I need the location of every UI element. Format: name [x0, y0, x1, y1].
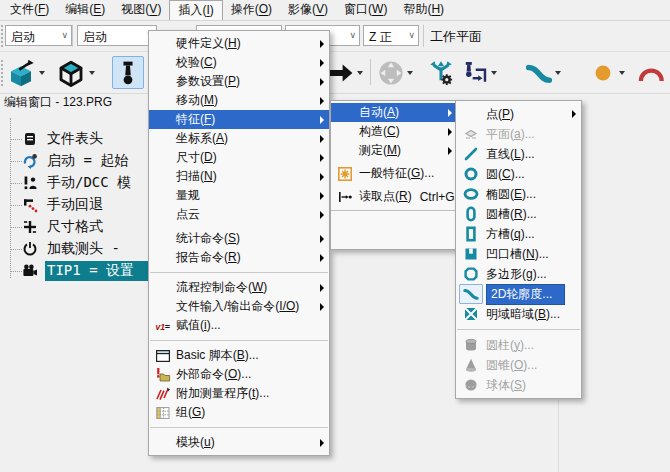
- tree-item-6[interactable]: 加载测头 -: [0, 239, 124, 259]
- menu-item-18[interactable]: 附加测量程序(t)...: [149, 384, 329, 403]
- tree-item-3[interactable]: 手动/DCC 模: [0, 173, 135, 193]
- menu-item-3[interactable]: 测定(M): [331, 141, 457, 160]
- menu-item-label: 外部命令(O)...: [176, 366, 251, 383]
- point-button[interactable]: [590, 56, 625, 89]
- tree-item-5[interactable]: 尺寸格式: [0, 217, 107, 237]
- toolbar-separator: [72, 25, 73, 47]
- menu-item-8[interactable]: 扫描(N): [149, 167, 329, 186]
- path-gear-button[interactable]: [428, 56, 454, 89]
- tree-item-1[interactable]: 文件表头: [0, 129, 107, 149]
- insert-menu: 硬件定义(H)校验(C)参数设置(P)移动(M)特征(F)坐标系(A)尺寸(D)…: [148, 30, 330, 456]
- menu-item-7[interactable]: 尺寸(D): [149, 148, 329, 167]
- dropdown-caret-icon[interactable]: [407, 71, 413, 75]
- menu-item-1[interactable]: 点(P): [456, 104, 581, 124]
- menu-item-6[interactable]: 坐标系(A): [149, 129, 329, 148]
- tree-item-2[interactable]: 启动 = 起始: [0, 151, 132, 171]
- menu-item-label: 明域暗域(B)...: [486, 306, 560, 323]
- square-slot-icon: [463, 226, 479, 242]
- tree-item-4[interactable]: 手动回退: [0, 195, 107, 215]
- start-combo[interactable]: 启动∨: [5, 25, 72, 46]
- menu-item-label: 一般特征(G)...: [359, 165, 434, 182]
- menu-item-14[interactable]: 文件输入/输出命令(I/O): [149, 297, 329, 316]
- menu-item-13[interactable]: 流程控制命令(W): [149, 278, 329, 297]
- move-arrow-button[interactable]: [328, 56, 363, 89]
- menu-item-2[interactable]: 构造(C): [331, 122, 457, 141]
- menu-item-2[interactable]: 校验(C): [149, 53, 329, 72]
- menu-item-12[interactable]: 圆柱(y)...: [456, 335, 581, 355]
- auto-feature-submenu: 点(P)平面(a)...直线(L)...圆(C)...椭圆(E)...圆槽(R)…: [455, 100, 582, 399]
- curve-button[interactable]: [526, 56, 561, 89]
- menubar-item-3[interactable]: 视图(V): [113, 0, 169, 20]
- menu-item-label: 扫描(N): [176, 168, 217, 185]
- menu-item-4[interactable]: 一般特征(G)...: [331, 164, 457, 183]
- menu-separator: [150, 427, 328, 428]
- chevron-down-icon[interactable]: ∨: [408, 30, 415, 40]
- submenu-arrow-icon: [320, 284, 324, 292]
- wire-cube-button[interactable]: [56, 56, 95, 89]
- menu-item-12[interactable]: 报告命令(R): [149, 248, 329, 267]
- menu-item-19[interactable]: 组(G): [149, 403, 329, 422]
- menubar-item-5[interactable]: 操作(O): [223, 0, 280, 20]
- menu-item-8[interactable]: 凹口槽(N)...: [456, 244, 581, 264]
- dropdown-caret-icon[interactable]: [89, 71, 95, 75]
- menu-item-6[interactable]: 圆槽(R)...: [456, 204, 581, 224]
- cube-arrow-button[interactable]: [6, 56, 45, 89]
- dropdown-caret-icon[interactable]: [357, 71, 363, 75]
- menubar-item-7[interactable]: 窗口(W): [336, 0, 395, 20]
- chevron-down-icon[interactable]: ∨: [61, 30, 68, 40]
- tree-icon-wrap: [22, 241, 40, 257]
- menu-item-17[interactable]: 外部命令(O)...: [149, 365, 329, 384]
- menu-item-9[interactable]: 多边形(g)...: [456, 264, 581, 284]
- menubar-item-8[interactable]: 帮助(H): [395, 0, 452, 20]
- menu-item-16[interactable]: Basic 脚本(B)...: [149, 346, 329, 365]
- menu-item-4[interactable]: 移动(M): [149, 91, 329, 110]
- menu-icon-gutter: [149, 348, 176, 364]
- menu-item-13[interactable]: 圆锥(O)...: [456, 355, 581, 375]
- polygon-icon: [463, 266, 479, 282]
- menu-item-7[interactable]: 方槽(q)...: [456, 224, 581, 244]
- menu-item-20[interactable]: 模块(u): [149, 433, 329, 452]
- menubar-item-6[interactable]: 影像(V): [280, 0, 336, 20]
- tree-icon-wrap: [22, 153, 40, 169]
- dropdown-caret-icon[interactable]: [491, 71, 497, 75]
- probe-tip-button[interactable]: [112, 56, 144, 89]
- menu-item-3[interactable]: 直线(L)...: [456, 144, 581, 164]
- menu-item-14[interactable]: 球体(S): [456, 375, 581, 395]
- menubar-item-2[interactable]: 编辑(E): [57, 0, 113, 20]
- menu-item-9[interactable]: 量规: [149, 186, 329, 205]
- menu-item-15[interactable]: v1=赋值(i)...: [149, 316, 329, 335]
- menu-item-11[interactable]: 明域暗域(B)...: [456, 304, 581, 324]
- menu-item-2[interactable]: 平面(a)...: [456, 124, 581, 144]
- program-mode-combo[interactable]: 启动∨: [77, 25, 157, 46]
- menu-item-10[interactable]: 2D轮廓度...: [456, 284, 581, 304]
- menubar-item-1[interactable]: 文件(F): [2, 0, 57, 20]
- submenu-arrow-icon: [320, 303, 324, 311]
- menu-icon-gutter: [456, 226, 486, 242]
- probe-angle-combo[interactable]: Z 正∨: [363, 25, 419, 46]
- jog-button[interactable]: [378, 56, 413, 89]
- dropdown-caret-icon[interactable]: [555, 71, 561, 75]
- menu-item-label: 2D轮廓度...: [486, 284, 565, 305]
- feature-submenu: 自动(A)构造(C)测定(M)一般特征(G)...读取点(R)Ctrl+G: [330, 100, 458, 250]
- menu-item-label: 构造(C): [359, 123, 400, 140]
- menu-item-5[interactable]: 特征(F): [149, 110, 329, 129]
- dropdown-caret-icon[interactable]: [619, 71, 625, 75]
- menu-item-1[interactable]: 硬件定义(H): [149, 34, 329, 53]
- round-slot-icon: [463, 206, 479, 222]
- menu-item-label: 校验(C): [176, 54, 217, 71]
- probe-changer-button[interactable]: [462, 56, 497, 89]
- menu-item-5[interactable]: 读取点(R)Ctrl+G: [331, 187, 457, 206]
- menu-item-3[interactable]: 参数设置(P): [149, 72, 329, 91]
- menu-item-1[interactable]: 自动(A): [331, 103, 457, 122]
- tree-connector: [10, 249, 22, 250]
- retract-icon: [22, 197, 40, 213]
- arc-button[interactable]: [638, 56, 664, 89]
- menu-item-label: 多边形(g)...: [486, 266, 547, 283]
- menu-item-11[interactable]: 统计命令(S): [149, 229, 329, 248]
- dropdown-caret-icon[interactable]: [39, 71, 45, 75]
- chevron-down-icon[interactable]: ∨: [349, 30, 356, 40]
- menu-item-5[interactable]: 椭圆(E)...: [456, 184, 581, 204]
- menu-item-10[interactable]: 点云: [149, 205, 329, 224]
- menubar-item-4[interactable]: 插入(I): [169, 0, 222, 20]
- menu-item-4[interactable]: 圆(C)...: [456, 164, 581, 184]
